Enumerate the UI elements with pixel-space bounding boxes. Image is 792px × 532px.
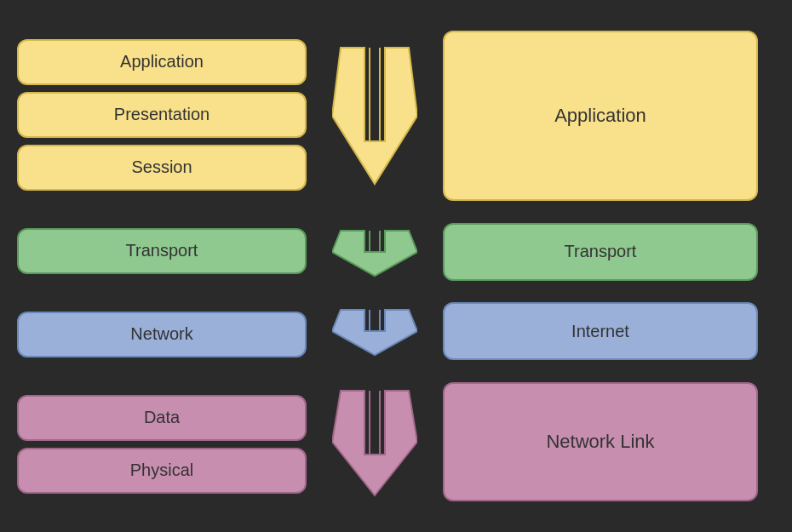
svg-marker-6 xyxy=(332,310,417,355)
tcpip-network-link-label: Network Link xyxy=(546,431,654,453)
pink-arrow-icon xyxy=(332,386,417,497)
osi-application-label: Application xyxy=(120,52,204,72)
osi-application-box: Application xyxy=(17,39,307,85)
blue-arrow-slot xyxy=(332,302,417,360)
svg-marker-3 xyxy=(332,231,417,276)
tcpip-transport-label: Transport xyxy=(565,242,637,261)
svg-marker-0 xyxy=(332,48,417,184)
blue-group-left: Network xyxy=(17,312,307,358)
osi-network-box: Network xyxy=(17,312,307,358)
tcpip-network-link-box: Network Link xyxy=(443,382,758,501)
tcpip-model-column: Application Transport Internet Network L… xyxy=(443,15,758,518)
tcpip-transport-box: Transport xyxy=(443,223,758,281)
tcpip-application-box: Application xyxy=(443,31,758,201)
osi-physical-box: Physical xyxy=(17,448,307,494)
green-arrow-icon xyxy=(332,226,417,277)
tcpip-internet-box: Internet xyxy=(443,302,758,360)
yellow-arrow-icon xyxy=(332,39,417,192)
osi-transport-box: Transport xyxy=(17,228,307,274)
osi-model-column: Application Presentation Session Transpo… xyxy=(17,15,307,518)
osi-physical-label: Physical xyxy=(130,460,193,480)
osi-presentation-label: Presentation xyxy=(114,105,209,124)
osi-transport-label: Transport xyxy=(126,241,198,260)
osi-data-box: Data xyxy=(17,395,307,441)
tcpip-internet-label: Internet xyxy=(571,322,629,341)
osi-data-label: Data xyxy=(144,408,180,427)
pink-group-left: Data Physical xyxy=(17,395,307,494)
svg-marker-9 xyxy=(332,391,417,495)
pink-arrow-slot xyxy=(332,382,417,501)
yellow-group: Application Presentation Session xyxy=(17,39,307,191)
osi-session-box: Session xyxy=(17,145,307,191)
green-arrow-slot xyxy=(332,223,417,281)
green-group-left: Transport xyxy=(17,228,307,274)
osi-presentation-box: Presentation xyxy=(17,92,307,138)
osi-session-label: Session xyxy=(131,157,192,177)
tcpip-application-label: Application xyxy=(554,105,646,127)
arrows-column xyxy=(307,15,443,518)
osi-tcpip-diagram: Application Presentation Session Transpo… xyxy=(17,15,775,518)
yellow-arrow-slot xyxy=(332,31,417,201)
osi-network-label: Network xyxy=(130,324,192,344)
blue-arrow-icon xyxy=(332,306,417,357)
